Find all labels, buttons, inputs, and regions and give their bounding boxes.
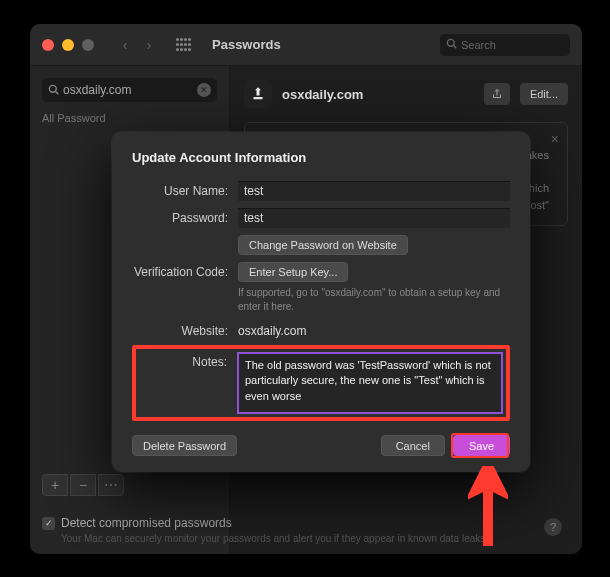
search-icon (446, 38, 457, 51)
cancel-button[interactable]: Cancel (381, 435, 445, 456)
detect-compromised-checkbox[interactable]: ✓ (42, 517, 55, 530)
forward-button[interactable]: › (138, 34, 160, 56)
svg-point-2 (49, 85, 56, 92)
grid-icon[interactable] (176, 38, 194, 52)
notes-row: Notes: (139, 352, 503, 414)
sidebar-filter-label: All Password (42, 112, 217, 124)
website-row: Website: osxdaily.com (132, 321, 510, 338)
edit-button[interactable]: Edit... (520, 83, 568, 105)
change-password-row: Change Password on Website (132, 235, 510, 255)
save-button[interactable]: Save (453, 435, 510, 456)
checkbox-label: Detect compromised passwords (61, 516, 232, 530)
password-input[interactable] (238, 208, 510, 228)
clear-search-icon[interactable]: ✕ (197, 83, 211, 97)
notes-highlight-annotation: Notes: (132, 345, 510, 421)
verification-row: Verification Code: Enter Setup Key... If… (132, 262, 510, 314)
zoom-window-button[interactable] (82, 39, 94, 51)
minimize-window-button[interactable] (62, 39, 74, 51)
sidebar-toolbar: + − ⋯ (42, 474, 124, 496)
search-placeholder: Search (461, 39, 496, 51)
back-button[interactable]: ‹ (114, 34, 136, 56)
username-input[interactable] (238, 181, 510, 201)
titlebar: ‹ › Passwords Search (30, 24, 582, 66)
site-name: osxdaily.com (282, 87, 474, 102)
svg-line-1 (454, 46, 457, 49)
arrow-annotation (468, 466, 508, 550)
username-label: User Name: (132, 181, 238, 198)
dialog-buttons: Delete Password Cancel Save (132, 435, 510, 456)
close-window-button[interactable] (42, 39, 54, 51)
website-value: osxdaily.com (238, 321, 510, 338)
notes-textarea[interactable] (237, 352, 503, 414)
dialog-title: Update Account Information (132, 150, 510, 165)
site-icon (244, 80, 272, 108)
delete-password-button[interactable]: Delete Password (132, 435, 237, 456)
site-header: osxdaily.com Edit... (244, 80, 568, 108)
svg-line-3 (56, 91, 59, 94)
remove-button[interactable]: − (70, 474, 96, 496)
update-account-dialog: Update Account Information User Name: Pa… (112, 132, 530, 472)
username-row: User Name: (132, 181, 510, 201)
sidebar-search[interactable]: osxdaily.com ✕ (42, 78, 217, 102)
password-label: Password: (132, 208, 238, 225)
window-title: Passwords (212, 37, 281, 52)
verification-hint: If supported, go to "osxdaily.com" to ob… (238, 286, 510, 314)
more-button[interactable]: ⋯ (98, 474, 124, 496)
setup-key-button[interactable]: Enter Setup Key... (238, 262, 348, 282)
nav-arrows: ‹ › (114, 34, 160, 56)
change-password-button[interactable]: Change Password on Website (238, 235, 408, 255)
svg-point-0 (447, 39, 454, 46)
titlebar-search[interactable]: Search (440, 34, 570, 56)
notes-label: Notes: (139, 352, 237, 369)
add-button[interactable]: + (42, 474, 68, 496)
share-button[interactable] (484, 83, 510, 105)
verification-label: Verification Code: (132, 262, 238, 314)
help-icon[interactable]: ? (544, 518, 562, 536)
sidebar-search-value: osxdaily.com (63, 83, 193, 97)
close-icon[interactable]: × (551, 131, 559, 147)
window-controls (42, 39, 94, 51)
password-row: Password: (132, 208, 510, 228)
search-icon (48, 84, 59, 97)
website-label: Website: (132, 321, 238, 338)
